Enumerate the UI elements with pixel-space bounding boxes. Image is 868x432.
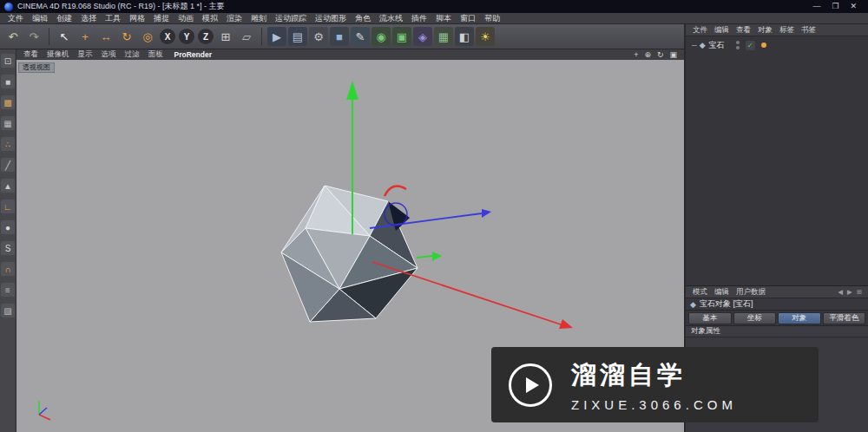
menu-item[interactable]: 捕捉 [149, 13, 174, 24]
menu-item[interactable]: 网格 [125, 13, 149, 24]
view-pan-control[interactable]: + [634, 49, 638, 60]
workplane-mode-button[interactable]: ▦ [1, 116, 15, 130]
viewport-menu-item[interactable]: 选项 [97, 49, 121, 60]
menu-item[interactable]: 工具 [101, 13, 125, 24]
mode-tool-icon: ■ [5, 77, 10, 87]
rotate-tool[interactable]: ↻ [117, 27, 136, 46]
viewport-menu-item[interactable]: 摄像机 [43, 49, 74, 60]
undo-button[interactable]: ↶ [3, 27, 23, 46]
render-visibility-dot[interactable] [736, 46, 740, 49]
am-history-forward-icon[interactable]: ▶ [847, 288, 852, 296]
render-settings-button[interactable]: ⚙ [309, 27, 328, 46]
menu-item[interactable]: 选择 [76, 13, 101, 24]
am-config-icon[interactable]: ⊞ [857, 288, 862, 296]
scale-tool[interactable]: ↔ [96, 27, 115, 46]
menu-item[interactable]: 编辑 [28, 13, 52, 24]
viewport-menu-prorender[interactable]: ProRender [168, 50, 219, 59]
menu-item[interactable]: 运动跟踪 [271, 13, 311, 24]
menu-item[interactable]: 动画 [174, 13, 198, 24]
viewport-menu-item[interactable]: 面板 [144, 49, 168, 60]
plane-handle-green[interactable] [417, 252, 442, 261]
soft-selection-button[interactable]: S [1, 241, 15, 255]
attribute-manager-menu-item[interactable]: 编辑 [711, 287, 733, 298]
workplane-toggle[interactable]: ▱ [237, 27, 256, 46]
object-name-label[interactable]: 宝石 [708, 40, 725, 51]
viewport-menu-item[interactable]: 查看 [19, 49, 43, 60]
snap-toggle-button[interactable]: ∩ [1, 262, 15, 276]
view-rotate-control[interactable]: ↻ [657, 49, 664, 60]
maximize-button[interactable]: ❐ [832, 0, 838, 13]
menu-item[interactable]: 脚本 [431, 13, 456, 24]
polygons-mode-button[interactable]: ▲ [1, 179, 15, 193]
z-axis-lock-toggle[interactable]: Z [198, 29, 214, 44]
object-manager-menu-item[interactable]: 文件 [689, 25, 711, 36]
render-picture-viewer-button[interactable]: ▤ [288, 27, 307, 46]
make-editable-button[interactable]: ⊡ [1, 54, 15, 68]
model-mode-button[interactable]: ■ [1, 75, 15, 88]
viewport-select-button[interactable]: ● [1, 220, 15, 234]
attribute-manager-menu-item[interactable]: 用户数据 [733, 287, 769, 298]
object-manager-menu-item[interactable]: 标签 [776, 25, 798, 36]
close-button[interactable]: ✕ [850, 0, 857, 13]
rotate-handle-red[interactable] [385, 186, 406, 196]
object-manager-menu-item[interactable]: 书签 [798, 25, 819, 36]
menu-item[interactable]: 运动图形 [311, 13, 351, 24]
visibility-toggles[interactable] [736, 41, 740, 49]
view-toggle-control[interactable]: ▣ [669, 49, 677, 60]
menu-item[interactable]: 流水线 [375, 13, 407, 24]
view-dolly-control[interactable]: ⊕ [644, 49, 651, 60]
menu-item[interactable]: 创建 [52, 13, 76, 24]
deformers-menu[interactable]: ◈ [413, 27, 432, 46]
object-manager-menu-item[interactable]: 编辑 [711, 25, 733, 36]
camera-menu[interactable]: ◧ [455, 27, 474, 46]
mode-tool-icon: ▦ [3, 119, 11, 128]
tab-object[interactable]: 对象 [778, 312, 821, 324]
object-manager-menu-item[interactable]: 对象 [754, 25, 776, 36]
menu-item[interactable]: 帮助 [480, 13, 504, 24]
coordinate-system-toggle[interactable]: ⊞ [216, 27, 235, 46]
workplane-lock-button[interactable]: ▨ [1, 304, 15, 317]
texture-mode-button[interactable]: ▩ [1, 95, 15, 109]
menu-item[interactable]: 模拟 [198, 13, 222, 24]
viewport-menu-item[interactable]: 过滤 [121, 49, 144, 60]
live-selection-tool[interactable]: ↖ [55, 27, 74, 46]
tab-coordinates[interactable]: 坐标 [733, 312, 777, 324]
menu-item[interactable]: 雕刻 [247, 13, 271, 24]
axis-mode-button[interactable]: ∟ [1, 200, 15, 213]
generators-menu[interactable]: ◉ [372, 27, 391, 46]
last-used-tool[interactable]: ◎ [138, 27, 157, 46]
primitive-object-menu[interactable]: ■ [330, 27, 349, 46]
tab-basic[interactable]: 基本 [688, 312, 732, 324]
menu-item[interactable]: 窗口 [456, 13, 480, 24]
spline-pen-menu[interactable]: ✎ [351, 27, 370, 46]
gem-object[interactable] [281, 186, 418, 322]
menu-item[interactable]: 插件 [407, 13, 431, 24]
y-axis-lock-toggle[interactable]: Y [179, 29, 194, 44]
x-axis-lock-toggle[interactable]: X [160, 29, 175, 44]
object-manager-menu-item[interactable]: 查看 [733, 25, 754, 36]
tab-phong[interactable]: 平滑着色 [823, 312, 866, 324]
quantize-button[interactable]: ≡ [1, 283, 15, 297]
render-view-button[interactable]: ▶ [267, 27, 286, 46]
attribute-manager-menu-item[interactable]: 模式 [689, 287, 711, 298]
layer-color-dot[interactable] [761, 43, 766, 48]
menu-item[interactable]: 文件 [3, 13, 28, 24]
phong-tag-icon[interactable]: ✓ [746, 41, 755, 50]
environment-menu[interactable]: ▦ [434, 27, 453, 46]
move-tool[interactable]: + [76, 27, 95, 46]
menu-item[interactable]: 渲染 [222, 13, 247, 24]
points-mode-button[interactable]: ∴ [1, 137, 15, 151]
editor-visibility-dot[interactable] [736, 41, 740, 44]
menu-item[interactable]: 角色 [351, 13, 375, 24]
viewport-menu-item[interactable]: 显示 [74, 49, 97, 60]
object-manager-list[interactable]: ─ ◆ 宝石 ✓ [686, 36, 868, 286]
minimize-button[interactable]: — [812, 0, 820, 13]
modeling-objects-menu[interactable]: ▣ [392, 27, 411, 46]
redo-button[interactable]: ↷ [24, 27, 43, 46]
light-menu[interactable]: ☀ [476, 27, 495, 46]
edges-mode-button[interactable]: ╱ [1, 158, 15, 172]
x-axis-arrow[interactable] [372, 262, 573, 329]
am-history-back-icon[interactable]: ◀ [838, 288, 843, 296]
view-label[interactable]: 透视视图 [18, 62, 55, 73]
object-row-gem[interactable]: ─ ◆ 宝石 ✓ [686, 39, 868, 51]
